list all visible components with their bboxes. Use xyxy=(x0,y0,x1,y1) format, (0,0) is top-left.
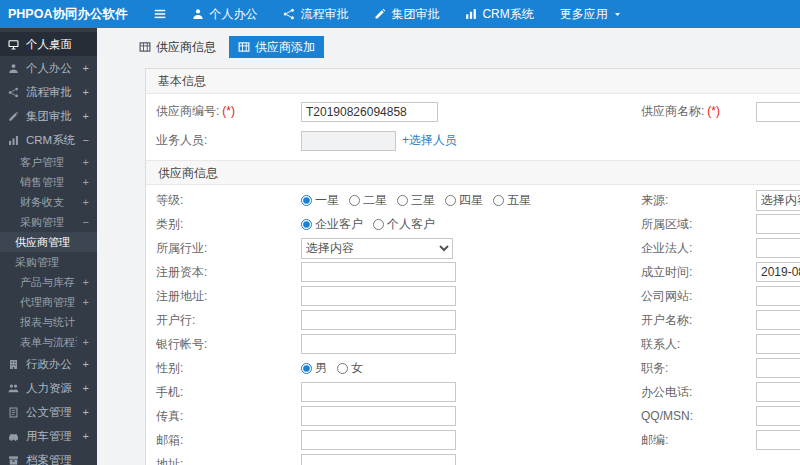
field-cell: 男女 xyxy=(301,360,641,377)
grid-icon xyxy=(238,41,250,53)
desktop-icon xyxy=(8,39,20,50)
text-input[interactable] xyxy=(756,430,800,450)
sidebar-item-15[interactable]: 行政办公+ xyxy=(0,352,97,376)
sidebar-item-13[interactable]: 报表与统计 xyxy=(0,312,97,332)
field-label: 所属行业: xyxy=(146,240,301,257)
radio-input[interactable] xyxy=(373,219,384,230)
field-cell xyxy=(756,430,800,450)
sidebar-item-5[interactable]: 客户管理+ xyxy=(0,152,97,172)
text-input[interactable] xyxy=(301,334,456,354)
radio-input[interactable] xyxy=(493,195,504,206)
sidebar-item-8[interactable]: 采购管理− xyxy=(0,212,97,232)
nav-item-label: 更多应用 xyxy=(560,6,608,23)
nav-item-0[interactable]: 个人办公 xyxy=(179,0,270,28)
radio-option[interactable]: 女 xyxy=(337,360,363,377)
text-input[interactable] xyxy=(301,102,438,122)
text-input[interactable] xyxy=(301,262,456,282)
text-input[interactable] xyxy=(756,310,800,330)
sidebar-item-2[interactable]: 流程审批+ xyxy=(0,80,97,104)
sidebar-item-3[interactable]: 集团审批+ xyxy=(0,104,97,128)
text-input[interactable] xyxy=(756,286,800,306)
field-cell xyxy=(756,310,800,330)
field-label: 传真: xyxy=(146,408,301,425)
text-input[interactable] xyxy=(301,286,456,306)
sidebar-item-14[interactable]: 表单与流程设置+ xyxy=(0,332,97,352)
sidebar-item-10[interactable]: 采购管理 xyxy=(0,252,97,272)
sidebar-item-16[interactable]: 人力资源+ xyxy=(0,376,97,400)
text-input[interactable] xyxy=(301,406,456,426)
text-input[interactable] xyxy=(756,406,800,426)
sidebar-item-0[interactable]: 个人桌面 xyxy=(0,32,97,56)
radio-input[interactable] xyxy=(301,195,312,206)
sidebar-item-18[interactable]: 用车管理+ xyxy=(0,424,97,448)
sidebar-item-label: CRM系统 xyxy=(26,133,77,148)
radio-input[interactable] xyxy=(349,195,360,206)
radio-input[interactable] xyxy=(445,195,456,206)
form-section: 基本信息供应商编号:(*)供应商名称:(*)业务人员:+选择人员 xyxy=(146,69,800,160)
text-input[interactable] xyxy=(301,382,456,402)
sidebar-item-4[interactable]: CRM系统− xyxy=(0,128,97,152)
users-icon xyxy=(8,383,20,394)
nav-item-4[interactable]: 更多应用 xyxy=(547,0,635,28)
sidebar-item-7[interactable]: 财务收支+ xyxy=(0,192,97,212)
nav-item-1[interactable]: 流程审批 xyxy=(270,0,361,28)
radio-input[interactable] xyxy=(337,363,348,374)
text-input[interactable] xyxy=(756,334,800,354)
sidebar-item-11[interactable]: 产品与库存+ xyxy=(0,272,97,292)
nav-item-2[interactable]: 集团审批 xyxy=(361,0,452,28)
sidebar-item-6[interactable]: 销售管理+ xyxy=(0,172,97,192)
text-input[interactable] xyxy=(756,102,800,122)
text-input[interactable] xyxy=(756,262,800,282)
radio-input[interactable] xyxy=(301,219,312,230)
field-cell xyxy=(301,310,641,330)
field-label: 注册资本: xyxy=(146,264,301,281)
radio-option[interactable]: 三星 xyxy=(397,192,435,209)
form-select[interactable]: 选择内容 xyxy=(301,238,453,259)
grid-icon xyxy=(139,41,151,53)
sidebar-item-label: 表单与流程设置 xyxy=(20,335,77,350)
radio-option[interactable]: 企业客户 xyxy=(301,216,363,233)
field-cell xyxy=(756,358,800,378)
content-area: 供应商信息供应商添加 基本信息供应商编号:(*)供应商名称:(*)业务人员:+选… xyxy=(97,28,800,465)
text-input[interactable] xyxy=(756,382,800,402)
sidebar-item-12[interactable]: 代理商管理+ xyxy=(0,292,97,312)
text-input[interactable] xyxy=(301,310,456,330)
text-input[interactable] xyxy=(756,358,800,378)
doc-icon xyxy=(8,407,20,418)
sidebar-item-17[interactable]: 公文管理+ xyxy=(0,400,97,424)
form-select[interactable]: 选择内容 xyxy=(756,190,800,211)
field-label: 所属区域: xyxy=(641,216,756,233)
sidebar-item-9[interactable]: 供应商管理 xyxy=(0,232,97,252)
menu-toggle-icon[interactable] xyxy=(145,0,175,28)
field-label: 性别: xyxy=(146,360,301,377)
radio-option[interactable]: 男 xyxy=(301,360,327,377)
text-input[interactable] xyxy=(301,430,456,450)
section-title: 供应商信息 xyxy=(146,160,800,185)
radio-option[interactable]: 二星 xyxy=(349,192,387,209)
label-text: 等级: xyxy=(156,193,183,207)
radio-input[interactable] xyxy=(301,363,312,374)
person-input[interactable] xyxy=(301,131,396,151)
field-label: 手机: xyxy=(146,384,301,401)
radio-label: 女 xyxy=(351,360,363,377)
field-label: 邮编: xyxy=(641,432,756,449)
text-input[interactable] xyxy=(301,454,456,465)
nav-item-3[interactable]: CRM系统 xyxy=(452,0,546,28)
radio-option[interactable]: 一星 xyxy=(301,192,339,209)
expand-icon: + xyxy=(83,176,89,188)
radio-input[interactable] xyxy=(397,195,408,206)
text-input[interactable] xyxy=(756,214,800,234)
tab-0[interactable]: 供应商信息 xyxy=(130,36,225,58)
sidebar-item-19[interactable]: 档案管理 xyxy=(0,448,97,465)
sidebar-item-1[interactable]: 个人办公+ xyxy=(0,56,97,80)
sidebar-item-label: 个人桌面 xyxy=(26,37,89,52)
radio-option[interactable]: 四星 xyxy=(445,192,483,209)
radio-group: 一星二星三星四星五星 xyxy=(301,192,531,209)
main-area: 个人桌面个人办公+流程审批+集团审批+CRM系统−客户管理+销售管理+财务收支+… xyxy=(0,28,800,465)
tab-1[interactable]: 供应商添加 xyxy=(229,36,324,58)
radio-option[interactable]: 个人客户 xyxy=(373,216,435,233)
radio-option[interactable]: 五星 xyxy=(493,192,531,209)
radio-label: 四星 xyxy=(459,192,483,209)
text-input[interactable] xyxy=(756,238,800,258)
select-person-link[interactable]: +选择人员 xyxy=(402,132,457,149)
